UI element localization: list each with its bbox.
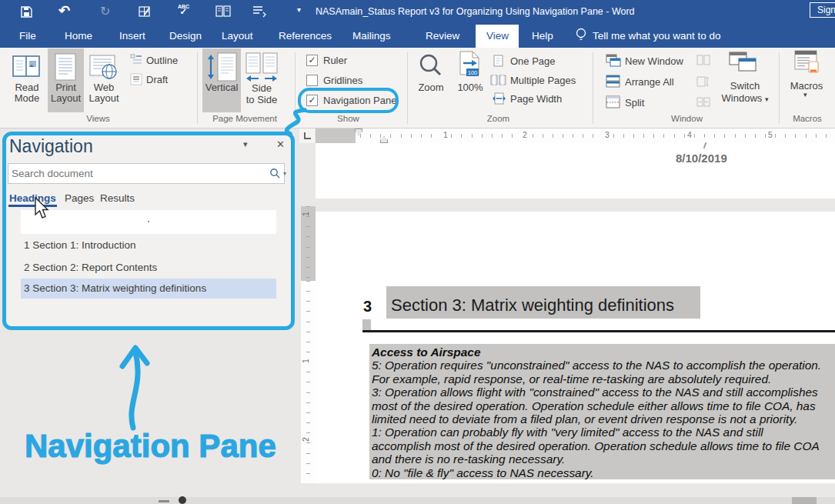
macros-icon[interactable] — [793, 49, 821, 77]
side-to-side-icon[interactable] — [245, 52, 279, 84]
split-icon[interactable] — [606, 95, 621, 108]
vertical-label[interactable]: Vertical — [202, 82, 241, 93]
web-layout-label[interactable]: Web Layout — [85, 82, 123, 104]
word-window: ↶ ↻ ABC✓ ▾ NASAmain_Status Report v3 for… — [0, 0, 835, 504]
tab-help[interactable]: Help — [532, 30, 553, 42]
tab-home[interactable]: Home — [65, 30, 92, 42]
ruler-label[interactable]: Ruler — [323, 55, 347, 66]
outline-icon[interactable] — [130, 54, 142, 66]
body-line: 1: Operation can probably fly with "very… — [372, 426, 821, 439]
undo-icon[interactable]: ↶ — [58, 2, 70, 19]
multiple-pages-label[interactable]: Multiple Pages — [510, 75, 576, 86]
arrange-all-label[interactable]: Arrange All — [625, 76, 674, 88]
ruler-margin-zone — [316, 129, 356, 143]
paragraph-tool-icon[interactable] — [252, 5, 266, 18]
synchronous-scrolling-icon — [696, 75, 710, 88]
draw-table-icon[interactable] — [139, 5, 152, 18]
svg-text:100: 100 — [468, 69, 478, 76]
print-layout-label[interactable]: Print Layout — [48, 82, 84, 104]
page-width-icon[interactable] — [492, 92, 506, 105]
vertical-icon[interactable] — [205, 52, 238, 84]
save-icon[interactable] — [21, 6, 32, 18]
tab-review[interactable]: Review — [426, 30, 459, 42]
gridlines-label[interactable]: Gridlines — [323, 75, 362, 86]
read-mode-icon[interactable] — [12, 54, 42, 80]
new-window-label[interactable]: New Window — [625, 55, 683, 67]
split-label[interactable]: Split — [625, 97, 644, 108]
body-text: Access to Airspace 5: Operation requires… — [372, 345, 821, 479]
group-separator — [295, 52, 296, 124]
navigation-pane-callout-rect — [2, 132, 295, 330]
macros-group-label: Macros — [781, 114, 833, 123]
vruler-number: 2 — [301, 437, 310, 442]
tab-mailings[interactable]: Mailings — [352, 30, 391, 42]
group-separator — [593, 52, 593, 124]
outline-label[interactable]: Outline — [146, 55, 178, 66]
ruler-number: 1 — [441, 130, 450, 139]
gridlines-checkbox[interactable] — [306, 75, 318, 86]
heading-number: 3 — [363, 298, 372, 315]
tell-me-label[interactable]: Tell me what you want to do — [593, 30, 721, 42]
ruler-number: 2 — [520, 130, 529, 139]
dropdown-caret-icon — [765, 95, 769, 103]
zoom-100-icon[interactable]: 100 — [459, 51, 482, 82]
one-page-icon[interactable] — [493, 55, 505, 67]
side-to-side-label-1[interactable]: Side — [243, 82, 280, 94]
new-window-icon[interactable] — [606, 54, 621, 67]
page-width-label[interactable]: Page Width — [510, 93, 562, 105]
ruler-checkbox[interactable]: ✓ — [306, 55, 318, 66]
draft-label[interactable]: Draft — [146, 74, 168, 85]
vruler-number: 1 — [301, 359, 310, 363]
annotation-label: Navigation Pane — [25, 428, 276, 465]
switch-windows-label-1[interactable]: Switch — [728, 80, 762, 92]
tab-view[interactable]: View — [486, 30, 509, 42]
group-separator — [407, 52, 408, 124]
tell-me-bulb-icon — [576, 28, 587, 43]
web-layout-icon[interactable] — [89, 55, 119, 81]
book-icon[interactable] — [215, 5, 231, 18]
vruler-ticks — [306, 206, 310, 281]
body-line: 0: No "file & fly" access to NAS necessa… — [372, 466, 821, 479]
checkbox-callout-rect — [298, 88, 399, 113]
spelling-icon[interactable]: ABC✓ — [178, 4, 189, 15]
tab-selector-l-icon — [304, 132, 311, 139]
view-side-by-side-icon — [696, 55, 710, 66]
read-mode-label[interactable]: Read Mode — [6, 82, 48, 104]
tab-insert[interactable]: Insert — [119, 30, 145, 42]
sign-in-button[interactable]: Sign in — [810, 2, 835, 18]
body-line: Access to Airspace — [372, 345, 821, 359]
one-page-label[interactable]: One Page — [510, 55, 556, 67]
group-separator — [779, 52, 780, 124]
window-title: NASAmain_Status Report v3 for Organizing… — [316, 6, 635, 17]
body-line: 5: Operation requires "unconstrained" ac… — [372, 359, 821, 372]
reset-window-position-icon — [696, 96, 710, 108]
tab-layout[interactable]: Layout — [222, 30, 253, 42]
multiple-pages-icon[interactable] — [490, 74, 507, 86]
tab-design[interactable]: Design — [169, 30, 202, 42]
heading-text: Section 3: Matrix weighting definitions — [391, 295, 674, 315]
bottom-right-box — [792, 497, 817, 504]
qat-caret-icon[interactable]: ▾ — [297, 5, 301, 14]
macros-caret-icon: ▾ — [803, 91, 807, 98]
side-to-side-label-2[interactable]: to Side — [243, 94, 280, 105]
page-1 — [316, 143, 835, 199]
switch-windows-icon[interactable] — [728, 51, 759, 77]
ruler-number: 5 — [766, 130, 775, 139]
tab-file[interactable]: File — [19, 30, 36, 42]
zoom-label[interactable]: Zoom — [416, 82, 446, 93]
zoom-group-label: Zoom — [462, 114, 535, 123]
body-line: and there is no re-tasking necessary. — [372, 452, 821, 466]
body-line: 3: Operation allows flight with "constra… — [372, 386, 821, 399]
switch-windows-label-2[interactable]: Windows — [720, 92, 770, 104]
body-line: accomplish most of the desired operation… — [372, 439, 821, 452]
page-movement-group-label: Page Movement — [192, 114, 297, 123]
body-line: most of the desired operation. Operation… — [372, 399, 821, 412]
tab-references[interactable]: References — [279, 30, 332, 42]
zoom-100-label[interactable]: 100% — [457, 82, 483, 93]
window-group-label: Window — [646, 114, 727, 123]
draft-icon[interactable] — [130, 73, 142, 85]
arrange-all-icon[interactable] — [606, 75, 621, 88]
macros-label[interactable]: Macros — [790, 80, 823, 92]
print-layout-icon[interactable] — [55, 53, 76, 81]
zoom-icon[interactable] — [417, 52, 445, 80]
